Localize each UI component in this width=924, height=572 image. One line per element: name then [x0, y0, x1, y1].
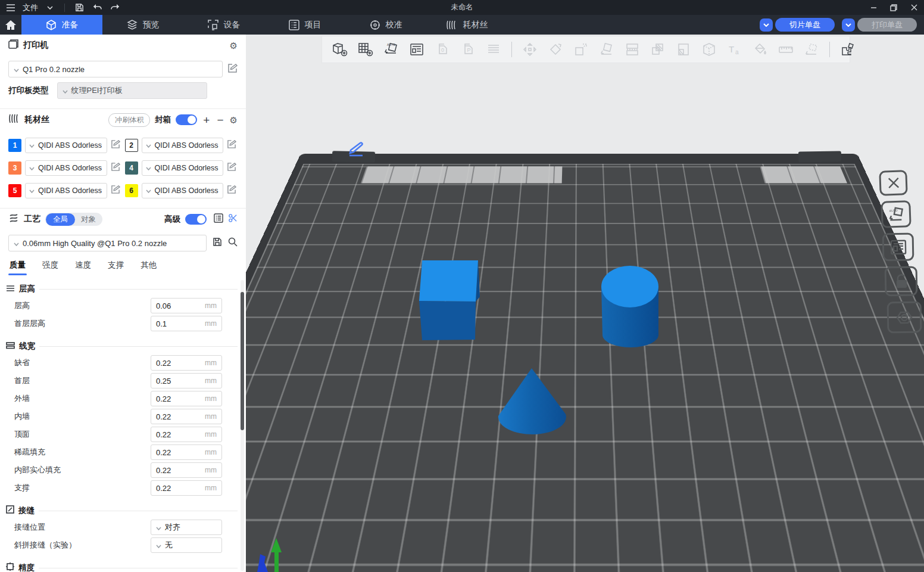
- rotate-icon[interactable]: [545, 39, 566, 60]
- detail-settings-icon[interactable]: [214, 213, 223, 225]
- bed-type-select[interactable]: 纹理PEI打印板: [57, 82, 207, 99]
- tab-filament[interactable]: 耗材丝: [426, 15, 507, 35]
- scarf-seam-select[interactable]: 无: [151, 537, 222, 553]
- line-width-first-layer-input[interactable]: 0.25mm: [151, 373, 222, 388]
- cut-icon[interactable]: [698, 39, 720, 60]
- line-width-top-surface-input[interactable]: 0.22mm: [151, 427, 222, 442]
- filament-chip-2[interactable]: 2: [125, 139, 138, 152]
- line-width-support-input[interactable]: 0.22mm: [151, 480, 222, 496]
- tab-support[interactable]: 支撑: [108, 260, 124, 275]
- filament-chip-3[interactable]: 3: [8, 161, 21, 175]
- plate-settings-icon[interactable]: [887, 301, 922, 333]
- home-button[interactable]: [0, 15, 21, 35]
- file-menu-chevron-icon[interactable]: [44, 2, 56, 14]
- compare-presets-icon[interactable]: [228, 213, 238, 225]
- undo-icon[interactable]: [91, 2, 103, 14]
- filament-select-2[interactable]: QIDI ABS Odorless: [142, 138, 224, 153]
- tab-preview[interactable]: 预览: [102, 15, 183, 35]
- move-icon[interactable]: [519, 39, 541, 60]
- save-preset-icon[interactable]: [213, 237, 222, 249]
- filament-chip-6[interactable]: 6: [125, 184, 138, 197]
- printer-settings-gear-icon[interactable]: ⚙: [230, 41, 238, 50]
- search-preset-icon[interactable]: [228, 237, 238, 249]
- measure-icon[interactable]: [775, 39, 797, 60]
- layer-height-input[interactable]: 0.06mm: [151, 298, 222, 313]
- maximize-button[interactable]: [884, 0, 904, 15]
- tab-speed[interactable]: 速度: [75, 260, 91, 275]
- viewport-3d[interactable]: AUTO 0 P: [246, 35, 924, 572]
- merge-icon[interactable]: [647, 39, 669, 60]
- filament-edit-icon-5[interactable]: [111, 185, 121, 197]
- filament-select-1[interactable]: QIDI ABS Odorless: [25, 138, 107, 153]
- filament-select-5[interactable]: QIDI ABS Odorless: [25, 183, 107, 198]
- print-dropdown-button[interactable]: [842, 18, 855, 32]
- filament-edit-icon-6[interactable]: [227, 185, 238, 197]
- add-model-icon[interactable]: [329, 39, 351, 60]
- line-width-default-input[interactable]: 0.22mm: [151, 355, 222, 371]
- tab-project[interactable]: 项目: [264, 15, 345, 35]
- build-plate[interactable]: [246, 154, 924, 572]
- plate-name-edit-icon[interactable]: [346, 139, 367, 160]
- tab-device[interactable]: 设备: [183, 15, 264, 35]
- seam-position-select[interactable]: 对齐: [151, 520, 222, 535]
- add-plate-icon[interactable]: [355, 39, 376, 60]
- variable-layer-icon[interactable]: [673, 39, 694, 60]
- first-layer-height-input[interactable]: 0.1mm: [151, 316, 222, 331]
- line-width-sparse-infill-input[interactable]: 0.22mm: [151, 444, 222, 460]
- lay-on-face-icon[interactable]: [596, 39, 617, 60]
- filament-select-4[interactable]: QIDI ABS Odorless: [142, 160, 224, 176]
- tab-quality[interactable]: 质量: [10, 260, 26, 275]
- text-tool-icon[interactable]: Ta: [724, 39, 745, 60]
- advanced-toggle[interactable]: [185, 214, 207, 225]
- scrollbar-thumb[interactable]: [241, 292, 244, 430]
- lock-plate-icon[interactable]: [885, 266, 918, 297]
- add-filament-button[interactable]: +: [202, 114, 211, 126]
- minimize-button[interactable]: [863, 0, 884, 15]
- filament-select-3[interactable]: QIDI ABS Odorless: [25, 160, 107, 176]
- auto-orient-icon[interactable]: AUTO: [380, 39, 402, 60]
- filament-edit-icon-4[interactable]: [227, 162, 238, 174]
- tab-others[interactable]: 其他: [141, 260, 157, 275]
- split-icon[interactable]: [622, 39, 643, 60]
- close-button[interactable]: [904, 0, 924, 15]
- paint-icon[interactable]: [750, 39, 771, 60]
- layers-list-icon[interactable]: [483, 39, 504, 60]
- slice-dropdown-button[interactable]: [760, 18, 773, 32]
- filament-edit-icon-3[interactable]: [111, 162, 121, 174]
- save-icon[interactable]: [73, 2, 85, 14]
- filament-edit-icon-1[interactable]: [111, 139, 121, 151]
- line-width-inner-wall-input[interactable]: 0.22mm: [151, 409, 222, 424]
- tab-strength[interactable]: 强度: [42, 260, 58, 275]
- arrange-plate-icon[interactable]: [882, 233, 914, 262]
- scale-icon[interactable]: [570, 39, 592, 60]
- redo-icon[interactable]: [109, 2, 121, 14]
- filament-chip-4[interactable]: 4: [125, 161, 138, 175]
- auto-orient-plate-icon[interactable]: AUTO: [881, 200, 911, 228]
- process-preset-select[interactable]: 0.06mm High Quality @Q1 Pro 0.2 nozzle: [8, 235, 207, 251]
- flush-volume-button[interactable]: 冲刷体积: [108, 113, 150, 127]
- filament-edit-icon-2[interactable]: [227, 139, 238, 151]
- filament-chip-1[interactable]: 1: [8, 139, 21, 152]
- printer-select[interactable]: Q1 Pro 0.2 nozzle: [8, 61, 223, 77]
- print-plate-button[interactable]: 打印单盘: [857, 18, 917, 32]
- scope-global-button[interactable]: 全局: [46, 213, 75, 226]
- delete-plate-icon[interactable]: [879, 170, 907, 196]
- tab-prepare[interactable]: 准备: [21, 15, 102, 35]
- hamburger-menu-icon[interactable]: [5, 2, 17, 14]
- paste-icon[interactable]: P: [457, 39, 479, 60]
- line-width-internal-solid-infill-input[interactable]: 0.22mm: [151, 462, 222, 478]
- copy-icon[interactable]: 0: [432, 39, 453, 60]
- assemble-icon[interactable]: [837, 39, 859, 60]
- tab-calibration[interactable]: 校准: [345, 15, 426, 35]
- arrange-icon[interactable]: [406, 39, 427, 60]
- file-menu[interactable]: 文件: [23, 2, 38, 13]
- line-width-outer-wall-input[interactable]: 0.22mm: [151, 391, 222, 406]
- remove-filament-button[interactable]: −: [216, 114, 224, 126]
- seam-paint-icon[interactable]: [801, 39, 822, 60]
- slice-plate-button[interactable]: 切片单盘: [775, 18, 835, 32]
- seal-toggle[interactable]: [176, 114, 197, 125]
- filament-settings-gear-icon[interactable]: ⚙: [230, 116, 238, 125]
- filament-chip-5[interactable]: 5: [8, 184, 21, 197]
- printer-edit-icon[interactable]: [227, 63, 238, 76]
- sidebar-scrollbar[interactable]: [241, 280, 244, 571]
